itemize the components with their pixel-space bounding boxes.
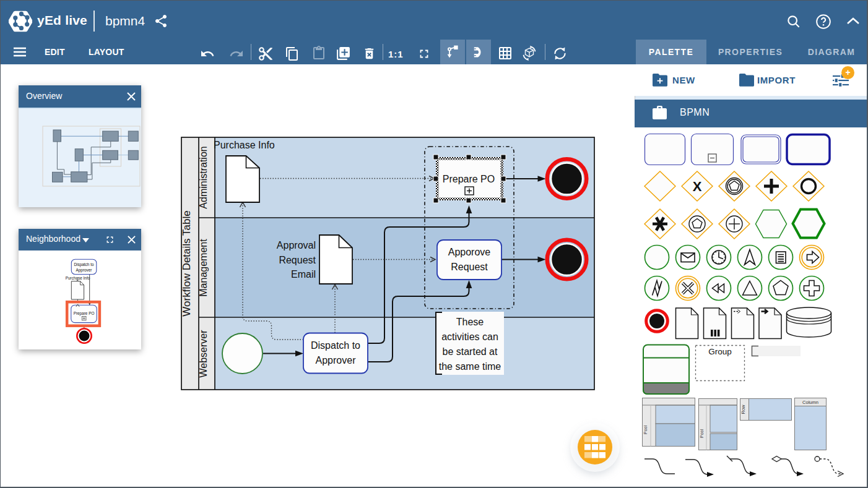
svg-text:Approval: Approval — [277, 240, 316, 250]
svg-text:Administration: Administration — [198, 146, 209, 208]
svg-text:Workflow Details Table: Workflow Details Table — [181, 210, 193, 316]
svg-text:Apporove: Apporove — [448, 247, 491, 257]
svg-text:Dispatch to: Dispatch to — [311, 340, 360, 351]
svg-text:Pool: Pool — [643, 426, 648, 434]
svg-text:be started at: be started at — [443, 346, 498, 357]
svg-text:Management: Management — [198, 239, 209, 297]
svg-text:Email: Email — [291, 269, 316, 280]
svg-text:Dispatch to: Dispatch to — [74, 262, 94, 267]
svg-text:Request: Request — [451, 262, 488, 272]
svg-text:These: These — [456, 317, 484, 327]
svg-text:Webserver: Webserver — [198, 330, 209, 378]
svg-text:Request: Request — [279, 255, 316, 265]
svg-text:Approver: Approver — [316, 355, 357, 366]
svg-text:Purchase Info: Purchase Info — [214, 140, 275, 150]
svg-text:Approver: Approver — [76, 268, 93, 273]
svg-text:Column: Column — [802, 400, 818, 405]
svg-text:Prepare PO: Prepare PO — [443, 174, 495, 184]
svg-text:Row: Row — [740, 405, 746, 414]
svg-text:Pool: Pool — [700, 429, 704, 438]
svg-text:activities can: activities can — [441, 332, 498, 342]
svg-text:Prepare PO: Prepare PO — [74, 311, 95, 316]
svg-text:Purchase Info: Purchase Info — [66, 276, 90, 280]
svg-text:Group: Group — [708, 347, 732, 356]
svg-text:the same time: the same time — [439, 361, 501, 372]
svg-text:X: X — [693, 179, 702, 194]
